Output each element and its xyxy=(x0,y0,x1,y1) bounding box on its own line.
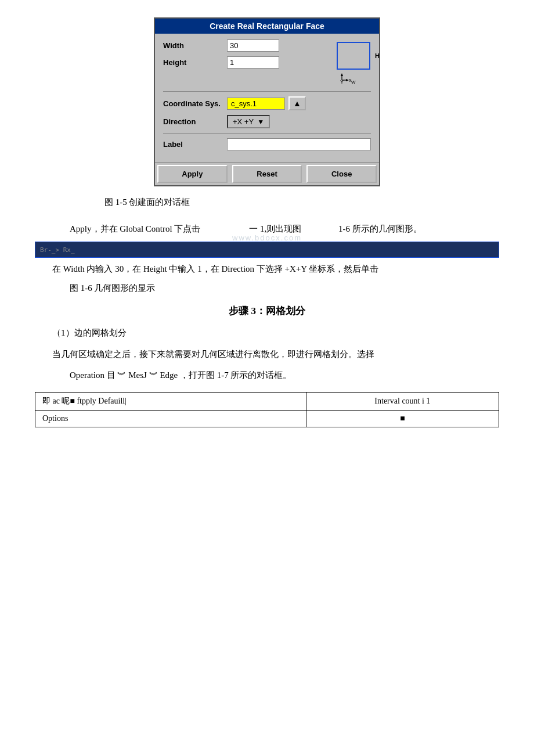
height-label: Height xyxy=(163,58,227,67)
para-1: 在 Width 内输入 30，在 Height 中输入 1，在 Directio… xyxy=(35,261,499,277)
height-input[interactable] xyxy=(227,56,279,69)
fig1-caption: 图 1-5 创建面的对话框 xyxy=(35,197,499,208)
coord-pick-button[interactable]: ▲ xyxy=(288,96,306,110)
h-label: H xyxy=(375,52,380,59)
instruction-text-end: 1-6 所示的几何图形。 xyxy=(338,224,422,233)
table-row2-col2: ■ xyxy=(306,411,499,427)
fig2-caption: 图 1-6 几何图形的显示 xyxy=(35,283,499,294)
para-2-text: 当几何区域确定之后，接下来就需要对几何区域进行离散化，即进行网格划分。选择 xyxy=(52,350,374,359)
height-row: Height xyxy=(163,56,330,69)
width-row: Width xyxy=(163,39,330,52)
table-header-col2: Interval count i 1 xyxy=(306,393,499,411)
separator-2 xyxy=(163,133,371,134)
label-row: Label xyxy=(163,138,371,150)
width-label: Width xyxy=(163,41,227,50)
toolbar-text: Br-_> Rx_ xyxy=(35,246,75,254)
toolbar-area: Br-_> Rx_ www.bdocx.com xyxy=(35,242,499,258)
separator-1 xyxy=(163,91,371,92)
reset-button[interactable]: Reset xyxy=(232,165,302,183)
label-input[interactable] xyxy=(227,138,371,150)
table-row-2: Options ■ xyxy=(35,411,499,427)
direction-label: Direction xyxy=(163,117,227,126)
dialog-title: Create Real Rectangular Face xyxy=(155,19,379,34)
instruction-text-1: Apply，并在 Global Control 下点击 xyxy=(70,224,200,233)
dialog-body: Width Height H xyxy=(155,34,379,162)
operation-line: Operation 目 ︾ MesJ ︾ Edge ，打开图 1-7 所示的对话… xyxy=(35,368,499,383)
direction-text: +X +Y xyxy=(233,117,254,126)
coord-row: Coordinate Sys. c_sys.1 ▲ xyxy=(163,96,371,110)
axes-diagram: Y x W xyxy=(336,72,371,85)
dialog-box: Create Real Rectangular Face Width Heigh… xyxy=(154,17,380,186)
direction-value[interactable]: +X +Y ▼ xyxy=(227,115,270,128)
direction-dropdown-icon[interactable]: ▼ xyxy=(257,118,264,126)
svg-text:W: W xyxy=(351,80,356,85)
instruction-text-mid: 一 1,则出现图 xyxy=(249,224,301,233)
table-row-header: 即 ac 呢■ ftpply Defauill| Interval count … xyxy=(35,393,499,411)
coord-label: Coordinate Sys. xyxy=(163,99,227,108)
width-input[interactable] xyxy=(227,39,279,52)
svg-marker-1 xyxy=(341,73,343,76)
para-1-text: 在 Width 内输入 30，在 Height 中输入 1，在 Directio… xyxy=(52,264,378,273)
mesh-table: 即 ac 呢■ ftpply Defauill| Interval count … xyxy=(35,392,499,427)
para-2: 当几何区域确定之后，接下来就需要对几何区域进行离散化，即进行网格划分。选择 xyxy=(35,347,499,362)
dialog-footer: Apply Reset Close xyxy=(155,162,379,185)
coord-value[interactable]: c_sys.1 xyxy=(227,98,285,110)
substep-1: （1）边的网格划分 xyxy=(35,326,499,341)
apply-button[interactable]: Apply xyxy=(157,165,228,183)
table-header-col1: 即 ac 呢■ ftpply Defauill| xyxy=(35,393,306,411)
close-button[interactable]: Close xyxy=(306,165,377,183)
label-label: Label xyxy=(163,140,227,149)
step3-heading: 步骤 3：网格划分 xyxy=(35,304,499,318)
dialog-container: Create Real Rectangular Face Width Heigh… xyxy=(35,17,499,186)
rect-preview xyxy=(337,42,370,70)
watermark: www.bdocx.com xyxy=(232,233,302,242)
table-row2-col1: Options xyxy=(35,411,306,427)
direction-row: Direction +X +Y ▼ xyxy=(163,115,371,128)
